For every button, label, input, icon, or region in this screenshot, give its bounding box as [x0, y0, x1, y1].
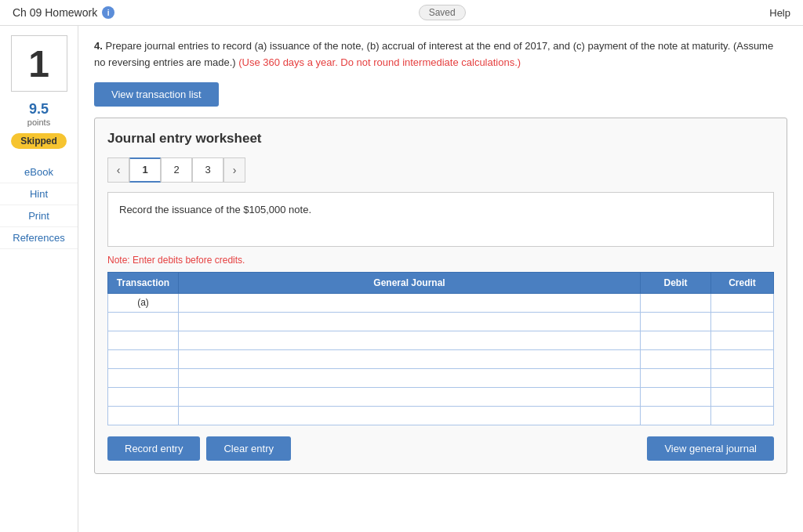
worksheet-title: Journal entry worksheet [107, 131, 774, 147]
credit-input-2[interactable] [711, 313, 773, 331]
record-entry-button[interactable]: Record entry [107, 436, 200, 461]
general-journal-input-2[interactable] [179, 313, 640, 331]
credit-input-6[interactable] [711, 388, 773, 406]
question-text: 4. Prepare journal entries to record (a)… [94, 38, 787, 71]
credit-cell-7[interactable] [711, 406, 774, 425]
note-text: Note: Enter debits before credits. [107, 255, 774, 266]
transaction-cell-3 [108, 331, 179, 349]
table-row [108, 406, 774, 425]
credit-input-3[interactable] [711, 331, 773, 349]
side-nav: eBook Hint Print References [0, 161, 78, 249]
page-title: Ch 09 Homework i [13, 6, 114, 19]
debit-input-5[interactable] [641, 369, 710, 387]
debit-input-4[interactable] [641, 350, 710, 368]
table-row [108, 331, 774, 349]
transaction-cell-5 [108, 368, 179, 387]
credit-cell-3[interactable] [711, 331, 774, 349]
sidebar-item-print[interactable]: Print [0, 205, 78, 227]
credit-cell-2[interactable] [711, 312, 774, 331]
info-icon[interactable]: i [102, 6, 114, 19]
next-page-arrow[interactable]: › [223, 157, 245, 183]
instruction-box: Record the issuance of the $105,000 note… [107, 192, 774, 247]
table-row [108, 368, 774, 387]
transaction-cell-4 [108, 349, 179, 368]
saved-badge: Saved [419, 5, 466, 20]
credit-cell-6[interactable] [711, 387, 774, 406]
question-number-box: 1 [11, 35, 67, 92]
general-journal-cell-2[interactable] [179, 312, 641, 331]
debit-input-2[interactable] [641, 313, 710, 331]
points-section: 9.5 points [27, 101, 50, 127]
debit-cell-2[interactable] [641, 312, 711, 331]
credit-cell-4[interactable] [711, 349, 774, 368]
debit-cell-7[interactable] [641, 406, 711, 425]
question-number: 1 [28, 42, 49, 85]
page-btn-3[interactable]: 3 [192, 157, 223, 183]
sidebar-item-references[interactable]: References [0, 227, 78, 249]
points-value: 9.5 [27, 101, 50, 118]
sidebar-item-hint[interactable]: Hint [0, 183, 78, 205]
help-link[interactable]: Help [769, 7, 790, 19]
worksheet-box: Journal entry worksheet ‹ 1 2 3 › Record… [94, 118, 787, 474]
table-row: (a) [108, 293, 774, 312]
credit-cell-1[interactable] [711, 293, 774, 312]
prev-page-arrow[interactable]: ‹ [107, 157, 129, 183]
debit-cell-4[interactable] [641, 349, 711, 368]
question-number-label: 4. [94, 40, 103, 52]
table-row [108, 349, 774, 368]
page-btn-1[interactable]: 1 [129, 157, 161, 183]
skipped-badge: Skipped [11, 133, 67, 149]
transaction-cell-2 [108, 312, 179, 331]
general-journal-cell-3[interactable] [179, 331, 641, 349]
general-journal-cell-5[interactable] [179, 368, 641, 387]
sidebar-item-ebook[interactable]: eBook [0, 161, 78, 183]
debit-cell-6[interactable] [641, 387, 711, 406]
general-journal-input-6[interactable] [179, 388, 640, 406]
debit-cell-3[interactable] [641, 331, 711, 349]
general-journal-input-1[interactable] [179, 294, 640, 312]
general-journal-input-3[interactable] [179, 331, 640, 349]
general-journal-input-4[interactable] [179, 350, 640, 368]
debit-input-6[interactable] [641, 388, 710, 406]
view-general-journal-button[interactable]: View general journal [647, 436, 774, 461]
transaction-cell-7 [108, 406, 179, 425]
points-label: points [27, 118, 50, 127]
transaction-cell-6 [108, 387, 179, 406]
view-transaction-button[interactable]: View transaction list [94, 82, 219, 107]
journal-table: Transaction General Journal Debit Credit… [107, 272, 774, 425]
table-row [108, 312, 774, 331]
debit-input-7[interactable] [641, 407, 710, 425]
left-panel: 1 9.5 points Skipped eBook Hint Print Re… [0, 26, 78, 532]
general-journal-input-7[interactable] [179, 407, 640, 425]
general-journal-cell-1[interactable] [179, 293, 641, 312]
col-header-debit: Debit [641, 272, 711, 293]
pagination: ‹ 1 2 3 › [107, 157, 774, 183]
general-journal-cell-7[interactable] [179, 406, 641, 425]
instruction-text: Record the issuance of the $105,000 note… [119, 204, 311, 215]
debit-input-3[interactable] [641, 331, 710, 349]
debit-input-1[interactable] [641, 294, 710, 312]
col-header-transaction: Transaction [108, 272, 179, 293]
debit-cell-5[interactable] [641, 368, 711, 387]
transaction-cell-1: (a) [108, 293, 179, 312]
credit-input-4[interactable] [711, 350, 773, 368]
col-header-credit: Credit [711, 272, 774, 293]
homework-title: Ch 09 Homework [13, 6, 97, 19]
clear-entry-button[interactable]: Clear entry [206, 436, 291, 461]
action-buttons: Record entry Clear entry View general jo… [107, 436, 774, 461]
credit-input-5[interactable] [711, 369, 773, 387]
debit-cell-1[interactable] [641, 293, 711, 312]
general-journal-cell-4[interactable] [179, 349, 641, 368]
table-row [108, 387, 774, 406]
credit-input-1[interactable] [711, 294, 773, 312]
credit-cell-5[interactable] [711, 368, 774, 387]
page-btn-2[interactable]: 2 [161, 157, 192, 183]
credit-input-7[interactable] [711, 407, 773, 425]
general-journal-cell-6[interactable] [179, 387, 641, 406]
red-note: (Use 360 days a year. Do not round inter… [238, 56, 521, 68]
content-area: 4. Prepare journal entries to record (a)… [78, 26, 803, 532]
general-journal-input-5[interactable] [179, 369, 640, 387]
col-header-general-journal: General Journal [179, 272, 641, 293]
